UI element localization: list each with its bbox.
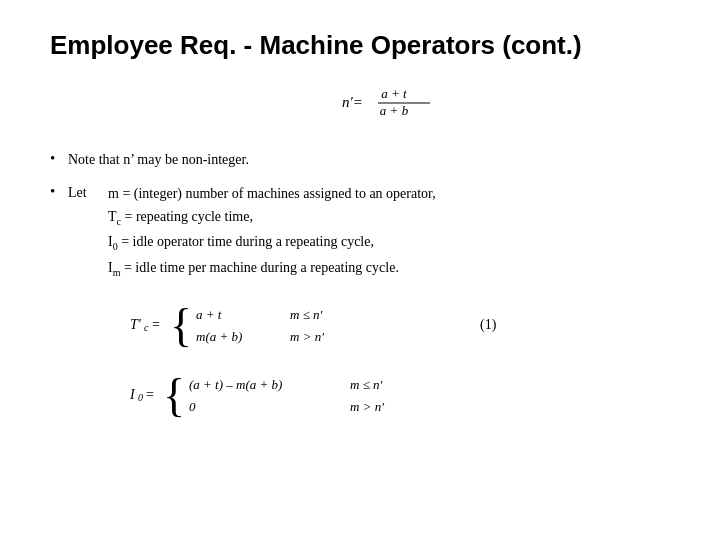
svg-text:(a + t) – m(a + b): (a + t) – m(a + b) <box>189 377 282 392</box>
let-content: Let m = (integer) number of machines ass… <box>68 182 670 281</box>
tc-formula-svg: T′ c = { a + t m ≤ n′ m(a + b) m > n′ <box>130 297 470 353</box>
svg-text:m > n′: m > n′ <box>350 399 384 414</box>
svg-text:=: = <box>146 387 154 402</box>
n-prime-formula-svg: n′= a + t a + b <box>340 79 460 127</box>
svg-text:m > n′: m > n′ <box>290 329 324 344</box>
tc-formula-row: T′ c = { a + t m ≤ n′ m(a + b) m > n′ (1… <box>130 297 670 353</box>
svg-text:a + t: a + t <box>196 307 222 322</box>
svg-text:T′: T′ <box>130 317 142 332</box>
page-title: Employee Req. - Machine Operators (cont.… <box>50 30 670 61</box>
note-text: Note that n’ may be non-integer. <box>68 149 670 170</box>
note-bullet-section: • Note that n’ may be non-integer. <box>50 149 670 170</box>
n-prime-formula: n′= a + t a + b <box>130 79 670 131</box>
let-items: m = (integer) number of machines assigne… <box>108 182 436 281</box>
svg-text:n′=: n′= <box>342 94 363 110</box>
let-line-2: Tc = repeating cycle time, <box>108 205 436 230</box>
page: Employee Req. - Machine Operators (cont.… <box>0 0 720 540</box>
let-label: Let <box>68 182 108 281</box>
let-block: Let m = (integer) number of machines ass… <box>68 182 670 281</box>
let-bullet: • <box>50 182 68 200</box>
svg-text:I: I <box>130 387 136 402</box>
let-line-1: m = (integer) number of machines assigne… <box>108 182 436 205</box>
svg-text:a + t: a + t <box>381 86 407 101</box>
svg-text:m(a + b): m(a + b) <box>196 329 242 344</box>
svg-text:m ≤ n′: m ≤ n′ <box>350 377 383 392</box>
svg-text:c: c <box>144 322 149 333</box>
i0-formula-row: I 0 = { (a + t) – m(a + b) m ≤ n′ 0 m > … <box>130 367 670 423</box>
eq-number: (1) <box>480 317 496 333</box>
i0-formula-svg: I 0 = { (a + t) – m(a + b) m ≤ n′ 0 m > … <box>130 367 470 423</box>
svg-text:=: = <box>152 317 160 332</box>
let-line-4: Im = idle time per machine during a repe… <box>108 256 436 281</box>
let-bullet-section: • Let m = (integer) number of machines a… <box>50 182 670 281</box>
svg-text:m ≤ n′: m ≤ n′ <box>290 307 323 322</box>
svg-text:0: 0 <box>138 392 143 403</box>
svg-text:{: { <box>170 300 192 351</box>
let-line-3: I0 = idle operator time during a repeati… <box>108 230 436 255</box>
svg-text:{: { <box>163 370 185 421</box>
svg-text:a + b: a + b <box>380 103 409 118</box>
svg-text:0: 0 <box>189 399 196 414</box>
note-bullet: • <box>50 149 68 167</box>
